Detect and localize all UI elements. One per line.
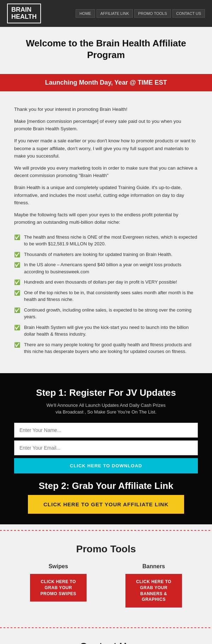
promo-heading: Promo Tools <box>14 543 198 555</box>
banners-heading: Banners <box>110 563 198 570</box>
promo-section: Promo Tools Swipes CLICK HERE TO GRAB YO… <box>0 536 212 622</box>
content-para4: We will provide you every marketing tool… <box>14 164 198 179</box>
divider2 <box>0 622 212 634</box>
checklist: The health and fitness niche is ONE of t… <box>14 232 198 357</box>
promo-swipes-col: Swipes CLICK HERE TO GRAB YOUR PROMO SWI… <box>14 563 102 602</box>
grab-banners-button[interactable]: CLICK HERE TO GRAB YOUR BANNERS & GRAPHI… <box>125 574 182 608</box>
navbar: BRAIN HEALTH HOME AFFILIATE LINK PROMO T… <box>0 0 212 27</box>
promo-banners-col: Banners CLICK HERE TO GRAB YOUR BANNERS … <box>110 563 198 608</box>
content-para6: Maybe the following facts will open your… <box>14 211 198 226</box>
checklist-item: The health and fitness niche is ONE of t… <box>14 232 198 249</box>
logo-line1: BRAIN <box>11 6 37 13</box>
affiliate-link-button[interactable]: CLICK HERE TO GET YOUR AFFILIATE LINK <box>28 495 184 514</box>
swipes-heading: Swipes <box>14 563 102 570</box>
checklist-item: One of the top niches to be in, that con… <box>14 287 198 305</box>
step1-subtitle: We'll Announce All Launch Updates And Da… <box>14 402 198 416</box>
nav-promo-tools[interactable]: PROMO TOOLS <box>134 9 171 18</box>
nav-links: HOME AFFILIATE LINK PROMO TOOLS CONTACT … <box>76 9 205 18</box>
content-section: Thank you for your interest in promoting… <box>0 98 212 373</box>
checklist-item: Continued growth, including online sales… <box>14 305 198 322</box>
launch-bar: Launching Month Day, Year @ TIME EST <box>0 74 212 91</box>
contact-heading: Contact Us <box>14 641 198 644</box>
nav-contact-us[interactable]: CONTACT US <box>172 9 205 18</box>
nav-home[interactable]: HOME <box>76 9 95 18</box>
nav-affiliate-link[interactable]: AFFILIATE LINK <box>96 9 133 18</box>
contact-section: Contact Us f FACEBOOK ☁ SKYPE ✉ EMAIL <box>0 634 212 644</box>
hero-section: Welcome to the Brain Health Affiliate Pr… <box>0 27 212 74</box>
content-para1: Thank you for your interest in promoting… <box>14 106 198 113</box>
checklist-item: Brain Health System will give you the ki… <box>14 322 198 340</box>
hero-title: Welcome to the Brain Health Affiliate Pr… <box>14 38 198 62</box>
checklist-item: In the US alone – Americans spend $40 bi… <box>14 260 198 277</box>
dark-section: Step 1: Register For JV Updates We'll An… <box>0 373 212 524</box>
step1-heading: Step 1: Register For JV Updates <box>14 387 198 398</box>
checklist-item: Hundreds and even thousands of dollars p… <box>14 277 198 287</box>
email-input[interactable] <box>14 440 198 455</box>
content-para5: Brain Health is a unique and completely … <box>14 184 198 207</box>
download-button[interactable]: CLICK HERE TO DOWNLOAD <box>14 458 198 473</box>
step2-heading: Step 2: Grab Your Affiliate Link <box>14 480 198 491</box>
checklist-item: There are so many people looking for goo… <box>14 340 198 357</box>
promo-columns: Swipes CLICK HERE TO GRAB YOUR PROMO SWI… <box>14 563 198 608</box>
logo-line2: HEALTH <box>11 13 37 21</box>
grab-swipes-button[interactable]: CLICK HERE TO GRAB YOUR PROMO SWIPES <box>30 574 87 602</box>
name-input[interactable] <box>14 423 198 438</box>
logo: BRAIN HEALTH <box>7 4 41 23</box>
content-para2: Make [mention commission percentage] of … <box>14 118 198 133</box>
checklist-item: Thousands of marketers are looking for u… <box>14 249 198 260</box>
content-para3: If you never made a sale earlier or you … <box>14 137 198 160</box>
divider1 <box>0 524 212 536</box>
